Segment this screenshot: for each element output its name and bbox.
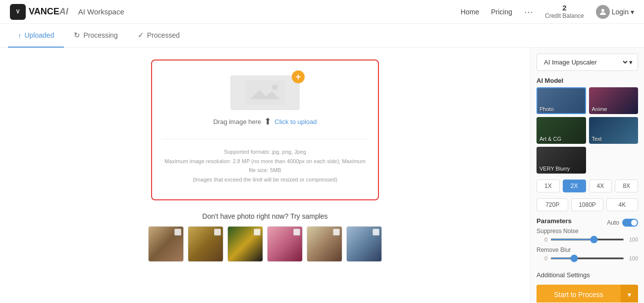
suppress-noise-slider[interactable] (550, 239, 624, 241)
model-artcg-label: Art & CG (539, 136, 561, 142)
model-text[interactable]: Text (589, 117, 639, 144)
sample-item[interactable] (188, 226, 223, 262)
remove-blur-min: 0 (537, 255, 547, 261)
res-4k[interactable]: 4K (606, 198, 638, 211)
model-artcg-bg: Art & CG (537, 117, 586, 144)
nav-pricing[interactable]: Pricing (491, 8, 512, 16)
header-nav: Home Pricing ⋯ 2 Credit Balance Login ▾ (461, 3, 634, 20)
add-image-button[interactable]: + (292, 70, 305, 83)
login-button[interactable]: Login ▾ (596, 5, 634, 19)
ai-model-label: AI Model (537, 77, 638, 84)
logo[interactable]: V VANCEAI (10, 4, 68, 20)
model-select-dropdown[interactable]: AI Image Upscaler ▾ (537, 54, 638, 71)
sample-checkbox[interactable] (174, 229, 181, 236)
model-blurry[interactable]: VERY Blurry (537, 147, 586, 174)
ai-model-section: AI Model Photo Anime Art & CG (537, 77, 638, 174)
scale-1x[interactable]: 1X (537, 180, 560, 192)
scale-8x[interactable]: 8X (615, 180, 638, 192)
svg-point-2 (272, 84, 278, 90)
logo-vance-text: VANCE (29, 6, 59, 16)
remove-blur-slider-row: 0 100 (537, 255, 638, 261)
tabs-bar: ↑ Uploaded ↻ Processing ✓ Processed (0, 24, 644, 48)
suppress-noise-slider-row: 0 100 (537, 237, 638, 242)
placeholder-image-icon (245, 80, 285, 105)
scale-buttons: 1X 2X 4X 8X (537, 180, 638, 192)
upload-area: + Drag image here ⬆ Click to upload Supp… (0, 48, 530, 303)
logo-icon: V (10, 4, 26, 20)
model-artcg[interactable]: Art & CG (537, 117, 586, 144)
sample-checkbox[interactable] (333, 229, 340, 236)
user-avatar (596, 5, 610, 19)
remove-blur-label: Remove Blur (537, 246, 638, 253)
header: V VANCEAI AI Workspace Home Pricing ⋯ 2 … (0, 0, 644, 24)
model-photo[interactable]: Photo (537, 87, 586, 114)
samples-grid (148, 226, 382, 262)
sample-item[interactable] (227, 226, 263, 262)
svg-point-0 (601, 9, 604, 12)
logo-ai-text: AI (59, 6, 68, 16)
process-button-row: Start to Process ▾ (537, 285, 638, 303)
workspace-title: AI Workspace (78, 7, 124, 16)
logo-vance: V (16, 9, 20, 14)
upload-link[interactable]: Click to upload (274, 118, 317, 125)
tab-processing-label: Processing (83, 31, 117, 39)
divider (162, 139, 368, 139)
remove-blur-max: 100 (627, 255, 638, 261)
credit-balance-label: Credit Balance (545, 12, 584, 20)
sample-item[interactable] (346, 226, 382, 262)
sample-checkbox[interactable] (373, 229, 379, 236)
res-1080p[interactable]: 1080P (571, 198, 603, 211)
suppress-noise-group: Suppress Noise 0 100 (537, 228, 638, 242)
more-options-icon[interactable]: ⋯ (524, 6, 533, 17)
sample-checkbox[interactable] (254, 229, 261, 236)
model-text-bg: Text (589, 117, 639, 144)
resolution-buttons: 720P 1080P 4K (537, 198, 638, 211)
auto-label: Auto (607, 219, 619, 226)
upload-hints: Supported formats: jpg, png, Jpeg Maximu… (162, 147, 368, 184)
res-720p[interactable]: 720P (537, 198, 568, 211)
remove-blur-group: Remove Blur 0 100 (537, 246, 638, 261)
remove-blur-slider[interactable] (550, 257, 624, 259)
tab-processed-label: Processed (147, 31, 180, 39)
scale-2x[interactable]: 2X (563, 180, 586, 192)
model-select-input[interactable]: AI Image Upscaler (542, 58, 629, 66)
tab-processing[interactable]: ↻ Processing (64, 24, 127, 48)
svg-rect-1 (245, 80, 285, 105)
suppress-noise-min: 0 (537, 237, 547, 242)
login-label: Login (612, 8, 629, 16)
drag-text: Drag image here (213, 118, 261, 125)
sample-item[interactable] (307, 226, 342, 262)
parameters-label: Parameters (537, 217, 572, 225)
nav-home[interactable]: Home (461, 8, 479, 16)
model-text-label: Text (592, 136, 602, 142)
parameters-section: Parameters Auto Suppress Noise 0 100 Rem… (537, 217, 638, 265)
sample-checkbox[interactable] (293, 229, 300, 236)
dropzone[interactable]: + Drag image here ⬆ Click to upload Supp… (151, 60, 379, 200)
preview-placeholder (230, 75, 300, 110)
auto-toggle[interactable]: Auto (607, 219, 638, 227)
model-grid: Photo Anime Art & CG Text (537, 87, 638, 174)
upload-icon: ⬆ (264, 116, 271, 127)
dropzone-preview: + (230, 75, 300, 110)
sample-item[interactable] (267, 226, 303, 262)
sample-item[interactable] (148, 226, 184, 262)
samples-title: Don't have photo right now? Try samples (202, 212, 327, 220)
model-blurry-label: VERY Blurry (539, 166, 570, 172)
toggle-switch[interactable] (622, 219, 638, 227)
model-anime-bg: Anime (589, 87, 639, 114)
logo-text: VANCEAI (29, 6, 68, 17)
start-process-button[interactable]: Start to Process (537, 285, 621, 303)
sample-checkbox[interactable] (214, 229, 221, 236)
processing-tab-icon: ↻ (74, 31, 80, 40)
supported-formats: Supported formats: jpg, png, Jpeg (162, 147, 368, 157)
model-photo-bg: Photo (537, 87, 586, 114)
model-anime[interactable]: Anime (589, 87, 639, 114)
main-content: + Drag image here ⬆ Click to upload Supp… (0, 48, 644, 303)
scale-4x[interactable]: 4X (589, 180, 612, 192)
tab-uploaded[interactable]: ↑ Uploaded (8, 24, 64, 48)
compress-note: (Images that exceed the limit will be re… (162, 175, 368, 184)
process-arrow-button[interactable]: ▾ (621, 285, 638, 303)
additional-settings[interactable]: Additional Settings (537, 271, 638, 279)
params-header: Parameters Auto (537, 217, 638, 228)
tab-processed[interactable]: ✓ Processed (128, 24, 190, 48)
